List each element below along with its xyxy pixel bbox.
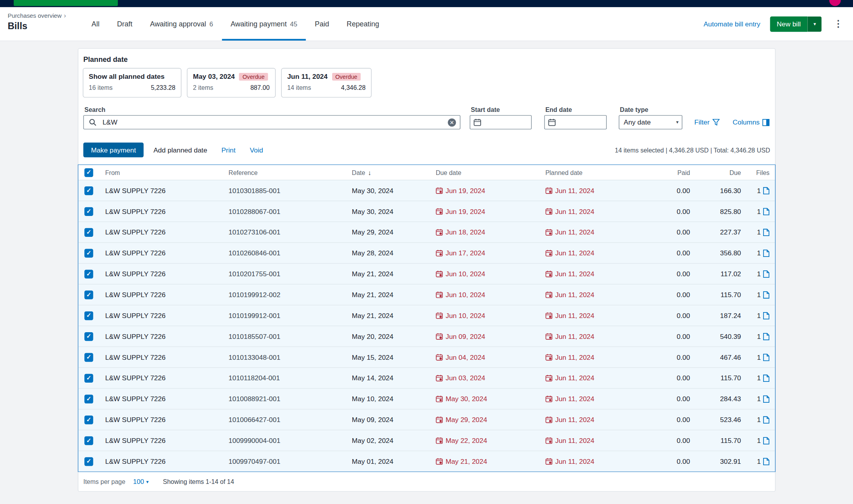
planned-date-value: Jun 11, 2024 — [545, 228, 594, 236]
tab[interactable]: Awaiting payment 45 — [222, 7, 306, 41]
planned-date-value: Jun 11, 2024 — [545, 395, 594, 402]
print-button[interactable]: Print — [221, 146, 236, 154]
row-checkbox[interactable]: ✓ — [84, 207, 93, 216]
columns-button[interactable]: Columns — [732, 118, 769, 126]
items-per-page-value: 100 — [133, 478, 144, 485]
table-row[interactable]: ✓ L&W SUPPLY 7226 1009970497-001 May 01,… — [78, 450, 775, 471]
tab[interactable]: Draft — [108, 7, 141, 41]
table-row[interactable]: ✓ L&W SUPPLY 7226 1010201755-001 May 21,… — [78, 263, 775, 284]
row-checkbox[interactable]: ✓ — [84, 249, 93, 257]
table-row[interactable]: ✓ L&W SUPPLY 7226 1010288067-001 May 30,… — [78, 201, 775, 221]
attachment-file-icon[interactable] — [763, 228, 769, 236]
cell-reference: 1010133048-001 — [229, 353, 352, 361]
files-count: 1 — [757, 458, 761, 465]
attachment-file-icon[interactable] — [763, 416, 769, 423]
start-date-input[interactable] — [470, 115, 531, 129]
row-checkbox[interactable]: ✓ — [84, 270, 93, 278]
attachment-file-icon[interactable] — [763, 270, 769, 277]
column-header-due[interactable]: Due — [693, 169, 745, 176]
cell-planned-date: Jun 11, 2024 — [545, 228, 649, 236]
table-row[interactable]: ✓ L&W SUPPLY 7226 1010133048-001 May 15,… — [78, 346, 775, 367]
end-date-group: End date — [544, 106, 607, 129]
make-payment-button[interactable]: Make payment — [83, 143, 143, 158]
tab[interactable]: Paid — [306, 7, 338, 41]
attachment-file-icon[interactable] — [763, 437, 769, 444]
tab[interactable]: Awaiting approval 6 — [141, 7, 222, 41]
row-checkbox[interactable]: ✓ — [84, 186, 93, 195]
automate-bill-entry-link[interactable]: Automate bill entry — [704, 20, 760, 28]
due-date-value: Jun 10, 2024 — [436, 312, 485, 319]
cell-files: 1 — [745, 208, 775, 215]
search-input[interactable] — [101, 118, 448, 126]
breadcrumb[interactable]: Purchases overview › — [7, 11, 83, 19]
column-header-reference[interactable]: Reference — [229, 169, 352, 176]
planned-date-card[interactable]: May 03, 2024 Overdue 2 items 887.00 — [187, 68, 275, 97]
planned-date-card-top: Show all planned dates — [89, 73, 175, 80]
more-options-button[interactable]: ⋮ — [831, 18, 845, 30]
new-bill-dropdown-button[interactable]: ▾ — [807, 16, 821, 32]
cell-date: May 20, 2024 — [352, 333, 436, 340]
column-header-planned-date[interactable]: Planned date — [545, 169, 649, 176]
row-checkbox[interactable]: ✓ — [84, 311, 93, 320]
date-type-select[interactable]: Any date ▾ — [619, 115, 682, 129]
cell-date: May 30, 2024 — [352, 187, 436, 194]
row-checkbox[interactable]: ✓ — [84, 353, 93, 361]
overdue-badge: Overdue — [332, 73, 361, 80]
chevron-down-icon: ▾ — [814, 21, 816, 27]
attachment-file-icon[interactable] — [763, 312, 769, 319]
row-checkbox[interactable]: ✓ — [84, 332, 93, 340]
column-header-from[interactable]: From — [105, 169, 229, 176]
cell-paid: 0.00 — [649, 291, 693, 298]
attachment-file-icon[interactable] — [763, 208, 769, 215]
column-header-files[interactable]: Files — [745, 169, 775, 176]
row-checkbox[interactable]: ✓ — [84, 457, 93, 465]
breadcrumb-link[interactable]: Purchases overview — [7, 12, 61, 19]
table-row[interactable]: ✓ L&W SUPPLY 7226 1010185507-001 May 20,… — [78, 325, 775, 346]
cell-date: May 02, 2024 — [352, 437, 436, 444]
cell-from: L&W SUPPLY 7226 — [105, 312, 229, 319]
column-header-date[interactable]: Date ↓ — [352, 169, 436, 176]
attachment-file-icon[interactable] — [763, 353, 769, 361]
cell-from: L&W SUPPLY 7226 — [105, 228, 229, 236]
select-all-checkbox[interactable]: ✓ — [84, 168, 93, 177]
attachment-file-icon[interactable] — [763, 333, 769, 340]
items-per-page-select[interactable]: 100 ▾ — [133, 478, 149, 485]
page-title: Bills — [7, 21, 83, 32]
attachment-file-icon[interactable] — [763, 458, 769, 465]
tab[interactable]: Repeating — [338, 7, 388, 41]
attachment-file-icon[interactable] — [763, 249, 769, 257]
table-row[interactable]: ✓ L&W SUPPLY 7226 1009990004-001 May 02,… — [78, 430, 775, 451]
attachment-file-icon[interactable] — [763, 187, 769, 194]
table-row[interactable]: ✓ L&W SUPPLY 7226 1010301885-001 May 30,… — [78, 180, 775, 201]
void-button[interactable]: Void — [250, 146, 263, 154]
add-planned-date-button[interactable]: Add planned date — [153, 146, 207, 154]
column-header-due-date[interactable]: Due date — [436, 169, 545, 176]
filter-button[interactable]: Filter — [694, 118, 719, 126]
new-bill-button[interactable]: New bill — [770, 16, 807, 32]
column-header-paid[interactable]: Paid — [649, 169, 693, 176]
end-date-input[interactable] — [544, 115, 607, 129]
table-row[interactable]: ✓ L&W SUPPLY 7226 1010088921-001 May 10,… — [78, 388, 775, 409]
cell-due-date: Jun 18, 2024 — [436, 228, 545, 236]
row-checkbox[interactable]: ✓ — [84, 374, 93, 382]
row-checkbox[interactable]: ✓ — [84, 394, 93, 403]
planned-date-card[interactable]: Show all planned dates 16 items 5,233.28 — [83, 68, 181, 97]
table-row[interactable]: ✓ L&W SUPPLY 7226 1010066427-001 May 09,… — [78, 409, 775, 430]
row-checkbox[interactable]: ✓ — [84, 228, 93, 236]
row-checkbox[interactable]: ✓ — [84, 290, 93, 299]
planned-date-card[interactable]: Jun 11, 2024 Overdue 14 items 4,346.28 — [281, 68, 372, 97]
clear-search-button[interactable]: ✕ — [448, 118, 456, 126]
tab[interactable]: All — [83, 7, 108, 41]
table-row[interactable]: ✓ L&W SUPPLY 7226 1010273106-001 May 29,… — [78, 221, 775, 242]
overdue-calendar-icon — [545, 353, 552, 361]
table-row[interactable]: ✓ L&W SUPPLY 7226 1010118204-001 May 14,… — [78, 367, 775, 388]
user-avatar[interactable] — [829, 0, 841, 6]
table-row[interactable]: ✓ L&W SUPPLY 7226 1010199912-002 May 21,… — [78, 284, 775, 305]
attachment-file-icon[interactable] — [763, 291, 769, 298]
attachment-file-icon[interactable] — [763, 395, 769, 402]
row-checkbox[interactable]: ✓ — [84, 415, 93, 424]
attachment-file-icon[interactable] — [763, 374, 769, 381]
table-row[interactable]: ✓ L&W SUPPLY 7226 1010260846-001 May 28,… — [78, 242, 775, 263]
row-checkbox[interactable]: ✓ — [84, 436, 93, 445]
table-row[interactable]: ✓ L&W SUPPLY 7226 1010199912-001 May 21,… — [78, 305, 775, 325]
